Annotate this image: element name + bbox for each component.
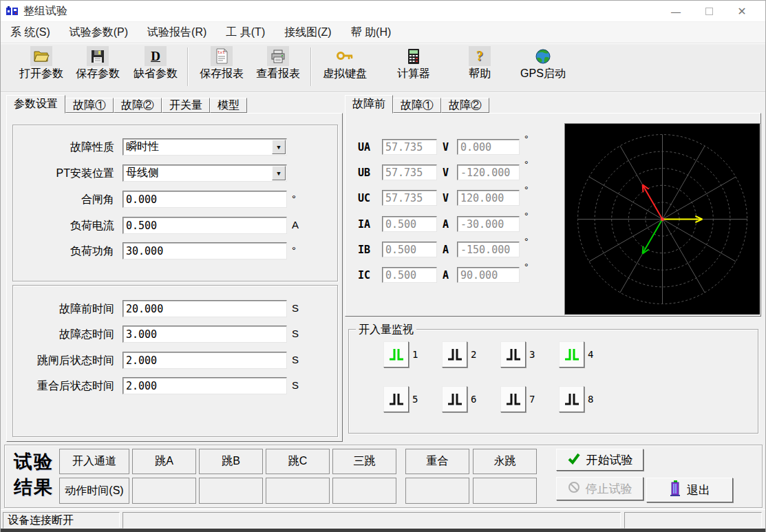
save-report-doc-icon: txt	[211, 46, 233, 66]
digital-input-4-number: 4	[588, 349, 593, 360]
toolbar-label: 保存报表	[200, 67, 244, 81]
virtual-keyboard-button[interactable]: 虚拟键盘	[316, 46, 374, 89]
result-cell-reclose	[405, 478, 469, 504]
digital-input-2-button[interactable]	[442, 341, 467, 368]
digital-input-3-button[interactable]	[500, 341, 526, 368]
result-row-label: 动作时间(S)	[59, 478, 129, 504]
post-reclose-time-input[interactable]	[123, 377, 287, 394]
switch-contact-icon	[387, 390, 405, 408]
digital-input-5-button[interactable]	[383, 386, 409, 412]
ib-unit: A	[443, 244, 449, 256]
digital-input-8-button[interactable]	[559, 386, 584, 412]
menu-test-params[interactable]: 试验参数(P)	[60, 22, 138, 43]
post-trip-time-input[interactable]	[123, 352, 287, 369]
toolbar-label: 缺省参数	[134, 67, 178, 81]
chevron-down-icon[interactable]: ▼	[272, 166, 286, 180]
menu-wiring-diagram[interactable]: 接线图(Z)	[275, 22, 341, 43]
stop-test-label: 停止试验	[586, 481, 632, 497]
digital-input-monitor-group: 开入量监视 1 2 3	[348, 329, 758, 434]
digital-input-6-button[interactable]	[442, 386, 467, 412]
fault-nature-combo[interactable]: 瞬时性 ▼	[123, 138, 287, 156]
result-cell-trip-b	[199, 478, 263, 504]
exit-door-icon	[669, 480, 681, 500]
close-button[interactable]: ✕	[725, 1, 758, 22]
save-report-button[interactable]: txt 保存报表	[193, 46, 250, 89]
toolbar-separator	[187, 47, 189, 86]
closing-angle-unit: °	[292, 193, 296, 204]
digital-input-7-button[interactable]	[500, 386, 526, 412]
menu-system[interactable]: 系 统(S)	[1, 22, 60, 43]
ub-unit: V	[443, 167, 449, 179]
view-report-button[interactable]: 查看报表	[250, 46, 306, 89]
result-col-three-trip: 三跳	[332, 449, 396, 474]
calculator-button[interactable]: 计算器	[383, 46, 444, 89]
minimize-icon: —	[671, 6, 681, 17]
ub-angle: -120.000	[457, 164, 520, 180]
fault-time-label: 故障态时间	[59, 328, 114, 342]
digital-input-1-button[interactable]	[383, 341, 409, 368]
left-tab-strip: 参数设置 故障① 故障② 开关量 模型	[6, 95, 247, 113]
degree-symbol: °	[524, 262, 529, 273]
digital-input-3-number: 3	[529, 349, 535, 360]
status-message-panel	[123, 512, 621, 529]
maximize-button[interactable]	[692, 1, 725, 22]
status-bar: 设备连接断开	[1, 509, 765, 529]
exit-button[interactable]: 退出	[646, 478, 733, 502]
calculator-icon	[403, 46, 425, 66]
fault-time-unit: S	[292, 328, 299, 339]
gps-start-button[interactable]: GPS启动	[510, 46, 576, 89]
view-report-printer-icon	[267, 46, 289, 66]
pt-position-combo[interactable]: 母线侧 ▼	[123, 164, 287, 182]
gps-globe-icon	[532, 46, 554, 66]
fault-time-input[interactable]	[123, 326, 287, 343]
digital-input-6-number: 6	[471, 394, 476, 405]
stop-test-button[interactable]: 停止试验	[556, 477, 643, 500]
test-results-title-line1: 试验	[7, 449, 61, 475]
pt-position-label: PT安装位置	[56, 167, 114, 181]
load-current-unit: A	[292, 219, 299, 231]
prefault-time-label: 故障前时间	[59, 302, 114, 317]
degree-symbol: °	[524, 184, 529, 195]
digital-input-4-button[interactable]	[559, 341, 584, 368]
tab-fault-1[interactable]: 故障①	[65, 98, 114, 113]
param-settings-page: 故障性质 瞬时性 ▼ PT安装位置 母线侧 ▼ 合闸角 ° 负荷电流	[6, 113, 343, 442]
tab-switch-quantity[interactable]: 开关量	[162, 98, 210, 113]
minimize-button[interactable]: —	[659, 1, 692, 22]
phase-ua-label: UA	[358, 141, 370, 153]
tab-prefault[interactable]: 故障前	[345, 95, 393, 114]
chevron-down-icon[interactable]: ▼	[272, 140, 286, 154]
stop-icon	[568, 481, 580, 497]
phase-ic-label: IC	[358, 269, 370, 281]
uc-unit: V	[443, 192, 449, 204]
default-params-button[interactable]: D 缺省参数	[127, 46, 184, 89]
tab-fault-2[interactable]: 故障②	[114, 98, 162, 113]
menu-help[interactable]: 帮 助(H)	[341, 22, 401, 43]
window-bottom-edge	[1, 529, 765, 532]
ua-angle: 0.000	[457, 139, 520, 155]
result-cell-trip-a	[132, 478, 196, 504]
prefault-time-input[interactable]	[123, 300, 287, 317]
save-params-button[interactable]: 保存参数	[70, 46, 126, 89]
tab-model[interactable]: 模型	[210, 98, 247, 113]
app-icon	[6, 6, 19, 17]
save-floppy-icon	[87, 46, 109, 66]
ia-unit: A	[443, 218, 449, 231]
menu-test-report[interactable]: 试验报告(R)	[138, 22, 216, 43]
digital-input-2-number: 2	[471, 349, 476, 360]
result-cell-three-trip	[332, 478, 396, 504]
post-trip-time-unit: S	[292, 354, 299, 365]
tab-fault-1-right[interactable]: 故障①	[393, 98, 441, 113]
switch-contact-icon	[504, 345, 522, 363]
help-button[interactable]: ? 帮助	[458, 46, 502, 89]
toolbar-label: 保存参数	[76, 67, 120, 81]
open-params-button[interactable]: 打开参数	[13, 46, 70, 89]
load-current-input[interactable]	[123, 217, 287, 234]
tab-param-settings[interactable]: 参数设置	[6, 95, 65, 114]
start-test-button[interactable]: 开始试验	[556, 449, 643, 471]
menu-tools[interactable]: 工 具(T)	[216, 22, 275, 43]
closing-angle-input[interactable]	[123, 191, 287, 208]
tab-fault-2-right[interactable]: 故障②	[441, 98, 489, 113]
degree-symbol: °	[524, 159, 529, 170]
load-angle-input[interactable]	[123, 242, 287, 259]
toolbar: 打开参数 保存参数 D 缺省参数	[1, 43, 765, 92]
